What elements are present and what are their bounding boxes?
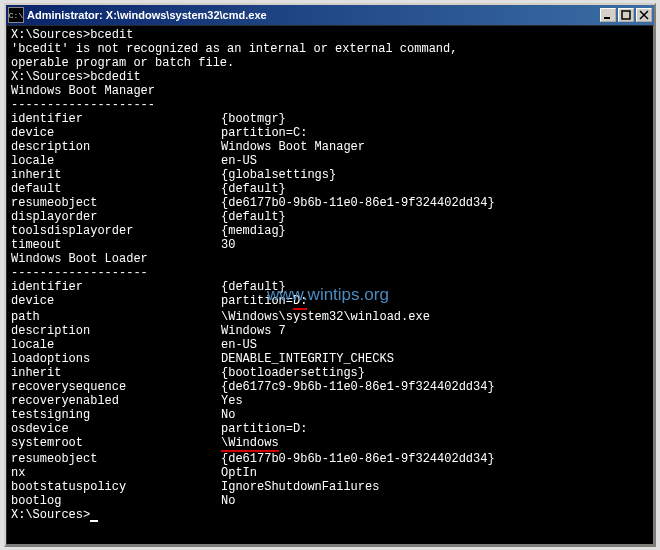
row-key: timeout bbox=[11, 238, 221, 252]
kv-row: resumeobject{de6177b0-9b6b-11e0-86e1-9f3… bbox=[11, 452, 649, 466]
row-key: bootstatuspolicy bbox=[11, 480, 221, 494]
kv-row: resumeobject{de6177b0-9b6b-11e0-86e1-9f3… bbox=[11, 196, 649, 210]
kv-row: testsigningNo bbox=[11, 408, 649, 422]
row-key: systemroot bbox=[11, 436, 221, 452]
close-button[interactable] bbox=[636, 8, 652, 22]
svg-rect-1 bbox=[622, 11, 630, 19]
maximize-button[interactable] bbox=[618, 8, 634, 22]
row-value: No bbox=[221, 408, 649, 422]
row-key: description bbox=[11, 324, 221, 338]
row-value: {default} bbox=[221, 210, 649, 224]
kv-row: toolsdisplayorder{memdiag} bbox=[11, 224, 649, 238]
kv-row: loadoptionsDENABLE_INTEGRITY_CHECKS bbox=[11, 352, 649, 366]
kv-row: timeout30 bbox=[11, 238, 649, 252]
row-key: device bbox=[11, 294, 221, 310]
terminal-line: operable program or batch file. bbox=[11, 56, 649, 70]
row-value: No bbox=[221, 494, 649, 508]
kv-row: bootlogNo bbox=[11, 494, 649, 508]
kv-row: inherit{globalsettings} bbox=[11, 168, 649, 182]
row-value: Yes bbox=[221, 394, 649, 408]
row-value: partition=C: bbox=[221, 126, 649, 140]
row-key: path bbox=[11, 310, 221, 324]
row-key: bootlog bbox=[11, 494, 221, 508]
row-key: identifier bbox=[11, 280, 221, 294]
kv-row: path\Windows\system32\winload.exe bbox=[11, 310, 649, 324]
row-key: description bbox=[11, 140, 221, 154]
row-key: osdevice bbox=[11, 422, 221, 436]
row-key: inherit bbox=[11, 168, 221, 182]
row-value: \Windows\system32\winload.exe bbox=[221, 310, 649, 324]
row-key: toolsdisplayorder bbox=[11, 224, 221, 238]
row-value: IgnoreShutdownFailures bbox=[221, 480, 649, 494]
row-value: {globalsettings} bbox=[221, 168, 649, 182]
row-value: partition=D: bbox=[221, 294, 649, 310]
row-value: {bootloadersettings} bbox=[221, 366, 649, 380]
terminal-line: -------------------- bbox=[11, 98, 649, 112]
terminal-line: X:\Sources> bbox=[11, 508, 649, 522]
row-value: DENABLE_INTEGRITY_CHECKS bbox=[221, 352, 649, 366]
terminal-line: X:\Sources>bcdedit bbox=[11, 70, 649, 84]
terminal-output[interactable]: www.wintips.org X:\Sources>bcedit'bcedit… bbox=[6, 25, 654, 545]
kv-row: displayorder{default} bbox=[11, 210, 649, 224]
row-key: locale bbox=[11, 338, 221, 352]
row-value: en-US bbox=[221, 154, 649, 168]
terminal-line: X:\Sources>bcedit bbox=[11, 28, 649, 42]
kv-row: localeen-US bbox=[11, 154, 649, 168]
kv-row: recoverysequence{de6177c9-9b6b-11e0-86e1… bbox=[11, 380, 649, 394]
row-key: displayorder bbox=[11, 210, 221, 224]
row-value: {de6177c9-9b6b-11e0-86e1-9f324402dd34} bbox=[221, 380, 649, 394]
highlighted-value: \Windows bbox=[221, 436, 279, 452]
row-value: {bootmgr} bbox=[221, 112, 649, 126]
minimize-button[interactable] bbox=[600, 8, 616, 22]
row-key: resumeobject bbox=[11, 196, 221, 210]
kv-row: devicepartition=D: bbox=[11, 294, 649, 310]
window-controls bbox=[600, 8, 652, 22]
row-value: {de6177b0-9b6b-11e0-86e1-9f324402dd34} bbox=[221, 452, 649, 466]
row-key: nx bbox=[11, 466, 221, 480]
kv-row: nxOptIn bbox=[11, 466, 649, 480]
kv-row: devicepartition=C: bbox=[11, 126, 649, 140]
row-value: Windows Boot Manager bbox=[221, 140, 649, 154]
kv-row: recoveryenabledYes bbox=[11, 394, 649, 408]
row-value: Windows 7 bbox=[221, 324, 649, 338]
row-value: {memdiag} bbox=[221, 224, 649, 238]
titlebar[interactable]: C:\ Administrator: X:\windows\system32\c… bbox=[6, 5, 654, 25]
row-value: {default} bbox=[221, 280, 649, 294]
row-key: device bbox=[11, 126, 221, 140]
row-value: \Windows bbox=[221, 436, 649, 452]
kv-row: localeen-US bbox=[11, 338, 649, 352]
row-value: en-US bbox=[221, 338, 649, 352]
row-value: partition=D: bbox=[221, 422, 649, 436]
kv-row: identifier{bootmgr} bbox=[11, 112, 649, 126]
terminal-line: ------------------- bbox=[11, 266, 649, 280]
row-value: {default} bbox=[221, 182, 649, 196]
row-key: recoveryenabled bbox=[11, 394, 221, 408]
kv-row: descriptionWindows Boot Manager bbox=[11, 140, 649, 154]
terminal-line: Windows Boot Loader bbox=[11, 252, 649, 266]
cursor bbox=[90, 520, 98, 522]
highlighted-value: D: bbox=[293, 294, 307, 310]
terminal-line: Windows Boot Manager bbox=[11, 84, 649, 98]
row-key: testsigning bbox=[11, 408, 221, 422]
kv-row: identifier{default} bbox=[11, 280, 649, 294]
kv-row: bootstatuspolicyIgnoreShutdownFailures bbox=[11, 480, 649, 494]
row-value: OptIn bbox=[221, 466, 649, 480]
cmd-window: C:\ Administrator: X:\windows\system32\c… bbox=[4, 3, 656, 547]
kv-row: inherit{bootloadersettings} bbox=[11, 366, 649, 380]
row-value: {de6177b0-9b6b-11e0-86e1-9f324402dd34} bbox=[221, 196, 649, 210]
kv-row: osdevicepartition=D: bbox=[11, 422, 649, 436]
row-key: inherit bbox=[11, 366, 221, 380]
kv-row: systemroot\Windows bbox=[11, 436, 649, 452]
row-key: default bbox=[11, 182, 221, 196]
kv-row: descriptionWindows 7 bbox=[11, 324, 649, 338]
row-key: identifier bbox=[11, 112, 221, 126]
row-value: 30 bbox=[221, 238, 649, 252]
svg-rect-0 bbox=[604, 17, 610, 19]
row-key: locale bbox=[11, 154, 221, 168]
row-key: recoverysequence bbox=[11, 380, 221, 394]
kv-row: default{default} bbox=[11, 182, 649, 196]
cmd-icon: C:\ bbox=[8, 7, 24, 23]
window-title: Administrator: X:\windows\system32\cmd.e… bbox=[27, 9, 600, 21]
terminal-line: 'bcedit' is not recognized as an interna… bbox=[11, 42, 649, 56]
row-key: loadoptions bbox=[11, 352, 221, 366]
